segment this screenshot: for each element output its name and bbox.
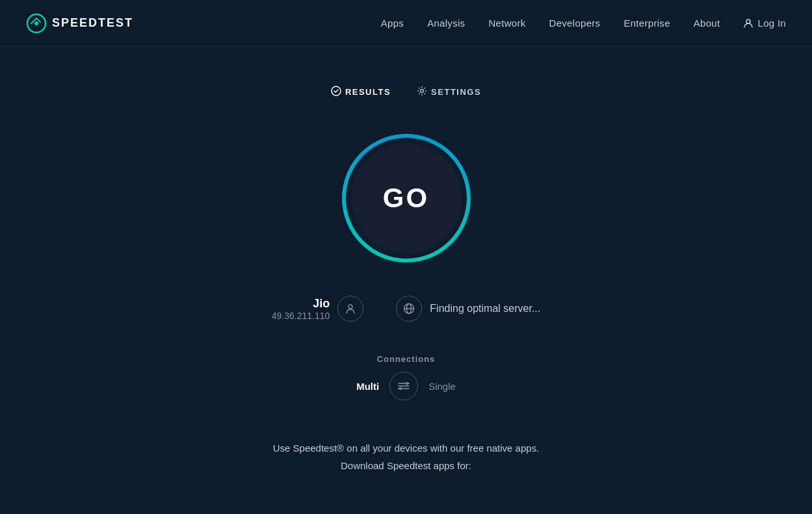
go-button[interactable]: GO (351, 143, 462, 253)
server-globe-icon-circle (396, 296, 422, 322)
settings-gear-icon (417, 86, 427, 98)
nav-apps[interactable]: Apps (381, 18, 404, 29)
arrows-icon (397, 381, 410, 391)
login-button[interactable]: Log In (743, 18, 786, 29)
connections-label: Connections (377, 354, 436, 364)
conn-single[interactable]: Single (428, 381, 456, 392)
connections-section: Connections Multi Single (356, 354, 456, 400)
tab-results[interactable]: RESULTS (331, 86, 391, 101)
main-nav: Apps Analysis Network Developers Enterpr… (381, 18, 786, 29)
server-block: Finding optimal server... (396, 296, 540, 322)
promo-line1: Use Speedtest® on all your devices with … (273, 439, 540, 457)
svg-point-1 (34, 21, 38, 25)
speedtest-logo-icon (26, 13, 47, 34)
isp-ip: 49.36.211.110 (272, 311, 330, 321)
connections-toggle: Multi Single (356, 372, 456, 400)
server-status: Finding optimal server... (430, 303, 540, 315)
promo-section: Use Speedtest® on all your devices with … (273, 439, 540, 474)
tab-settings[interactable]: SETTINGS (417, 86, 481, 101)
nav-developers[interactable]: Developers (549, 18, 601, 29)
svg-point-2 (746, 19, 750, 23)
nav-about[interactable]: About (694, 18, 720, 29)
svg-point-7 (348, 305, 352, 309)
connections-toggle-button[interactable] (389, 372, 418, 400)
isp-text: Jio 49.36.211.110 (272, 297, 330, 321)
logo[interactable]: SPEEDTEST (26, 13, 133, 34)
user-icon (743, 18, 753, 29)
go-button-wrapper[interactable]: GO (341, 133, 471, 263)
isp-user-icon-circle (337, 296, 363, 322)
promo-line2: Download Speedtest apps for: (273, 457, 540, 474)
tab-bar: RESULTS SETTINGS (331, 86, 481, 101)
main-content: RESULTS SETTINGS (0, 47, 812, 474)
nav-enterprise[interactable]: Enterprise (623, 18, 670, 29)
go-label: GO (383, 183, 429, 214)
nav-analysis[interactable]: Analysis (427, 18, 465, 29)
globe-icon (403, 303, 415, 315)
results-check-icon (331, 86, 341, 98)
logo-text: SPEEDTEST (52, 16, 133, 30)
header: SPEEDTEST Apps Analysis Network Develope… (0, 0, 812, 47)
isp-block: Jio 49.36.211.110 (272, 296, 364, 322)
info-row: Jio 49.36.211.110 Finding optimal server… (272, 296, 540, 322)
user-circle-icon (345, 303, 356, 315)
nav-network[interactable]: Network (488, 18, 525, 29)
svg-point-4 (421, 90, 424, 93)
isp-name: Jio (272, 297, 330, 311)
conn-multi[interactable]: Multi (356, 381, 379, 392)
